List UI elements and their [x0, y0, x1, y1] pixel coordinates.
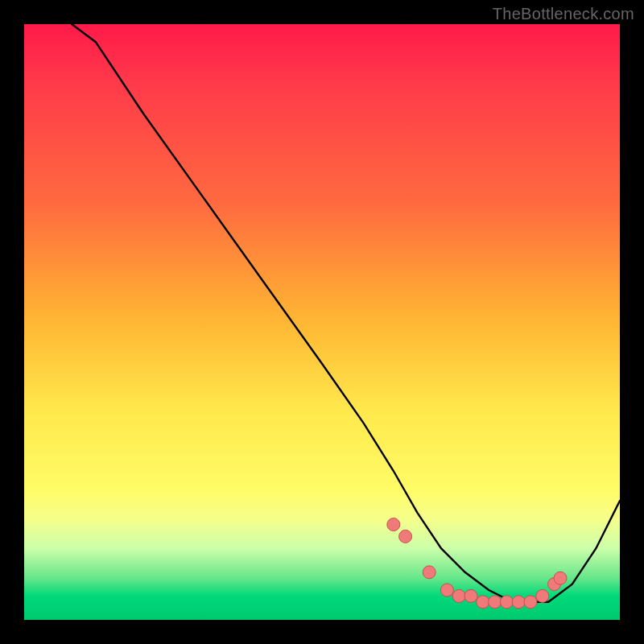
marker-group [387, 518, 567, 609]
marker-dot [536, 589, 549, 602]
marker-dot [399, 530, 412, 543]
marker-dot [387, 518, 400, 531]
marker-dot [512, 596, 525, 609]
plot-area [24, 24, 620, 620]
marker-dot [524, 596, 537, 609]
marker-dot [440, 584, 453, 597]
marker-dot [554, 572, 567, 584]
marker-dot [452, 589, 465, 602]
marker-dot [477, 596, 489, 609]
chart-frame: TheBottleneck.com [0, 0, 644, 644]
marker-dot [500, 596, 513, 609]
marker-dot [489, 596, 502, 609]
bottleneck-curve [72, 24, 620, 602]
curve-svg [24, 24, 620, 620]
marker-dot [423, 566, 436, 579]
watermark-text: TheBottleneck.com [493, 5, 634, 23]
marker-dot [464, 589, 477, 602]
